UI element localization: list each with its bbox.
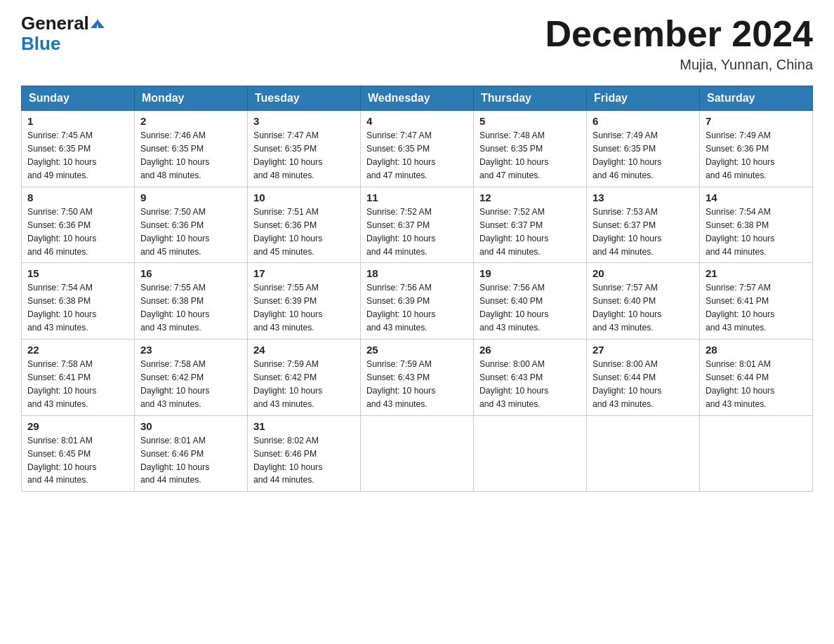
calendar-cell	[361, 415, 474, 492]
calendar-week-row: 22 Sunrise: 7:58 AMSunset: 6:41 PMDaylig…	[22, 340, 813, 416]
day-number: 28	[706, 344, 807, 356]
day-number: 3	[253, 115, 355, 127]
day-number: 10	[253, 192, 355, 203]
day-info: Sunrise: 7:54 AMSunset: 6:38 PMDaylight:…	[706, 206, 807, 259]
calendar-cell: 15 Sunrise: 7:54 AMSunset: 6:38 PMDaylig…	[22, 263, 135, 340]
calendar-table: SundayMondayTuesdayWednesdayThursdayFrid…	[21, 86, 813, 492]
calendar-week-row: 29 Sunrise: 8:01 AMSunset: 6:45 PMDaylig…	[22, 415, 813, 492]
calendar-header-wednesday: Wednesday	[361, 86, 474, 111]
day-number: 17	[253, 267, 355, 279]
calendar-cell: 27 Sunrise: 8:00 AMSunset: 6:44 PMDaylig…	[587, 340, 700, 416]
location: Mujia, Yunnan, China	[545, 57, 813, 73]
calendar-header-friday: Friday	[587, 86, 700, 111]
calendar-header-row: SundayMondayTuesdayWednesdayThursdayFrid…	[22, 86, 813, 111]
calendar-cell: 25 Sunrise: 7:59 AMSunset: 6:43 PMDaylig…	[361, 340, 474, 416]
calendar-cell: 13 Sunrise: 7:53 AMSunset: 6:37 PMDaylig…	[587, 187, 700, 263]
day-info: Sunrise: 7:47 AMSunset: 6:35 PMDaylight:…	[366, 129, 468, 182]
day-info: Sunrise: 7:56 AMSunset: 6:40 PMDaylight:…	[479, 281, 581, 335]
calendar-cell: 5 Sunrise: 7:48 AMSunset: 6:35 PMDayligh…	[474, 111, 587, 187]
day-info: Sunrise: 8:00 AMSunset: 6:43 PMDaylight:…	[479, 358, 581, 411]
day-number: 4	[366, 115, 468, 127]
calendar-cell: 30 Sunrise: 8:01 AMSunset: 6:46 PMDaylig…	[135, 415, 248, 492]
calendar-week-row: 8 Sunrise: 7:50 AMSunset: 6:36 PMDayligh…	[22, 187, 813, 263]
day-info: Sunrise: 7:49 AMSunset: 6:36 PMDaylight:…	[706, 129, 807, 182]
day-number: 27	[593, 344, 694, 356]
day-info: Sunrise: 7:57 AMSunset: 6:41 PMDaylight:…	[706, 281, 807, 335]
calendar-cell	[587, 415, 700, 492]
page-header: General Blue December 2024 Mujia, Yunnan…	[21, 14, 813, 73]
day-number: 9	[140, 192, 241, 203]
day-info: Sunrise: 7:55 AMSunset: 6:38 PMDaylight:…	[140, 281, 241, 335]
logo-line2: Blue	[21, 34, 60, 54]
calendar-cell: 11 Sunrise: 7:52 AMSunset: 6:37 PMDaylig…	[361, 187, 474, 263]
day-info: Sunrise: 7:47 AMSunset: 6:35 PMDaylight:…	[253, 129, 355, 182]
day-info: Sunrise: 7:59 AMSunset: 6:42 PMDaylight:…	[253, 358, 355, 411]
day-number: 24	[253, 344, 355, 356]
day-info: Sunrise: 7:46 AMSunset: 6:35 PMDaylight:…	[140, 129, 241, 182]
day-info: Sunrise: 8:00 AMSunset: 6:44 PMDaylight:…	[593, 358, 694, 411]
day-number: 6	[593, 115, 694, 127]
calendar-header-saturday: Saturday	[700, 86, 813, 111]
calendar-cell: 12 Sunrise: 7:52 AMSunset: 6:37 PMDaylig…	[474, 187, 587, 263]
day-info: Sunrise: 8:01 AMSunset: 6:46 PMDaylight:…	[140, 434, 241, 488]
day-number: 26	[479, 344, 581, 356]
calendar-cell: 26 Sunrise: 8:00 AMSunset: 6:43 PMDaylig…	[474, 340, 587, 416]
calendar-cell: 7 Sunrise: 7:49 AMSunset: 6:36 PMDayligh…	[700, 111, 813, 187]
day-info: Sunrise: 8:01 AMSunset: 6:45 PMDaylight:…	[27, 434, 128, 488]
calendar-cell: 2 Sunrise: 7:46 AMSunset: 6:35 PMDayligh…	[135, 111, 248, 187]
day-number: 5	[479, 115, 581, 127]
day-number: 13	[593, 192, 694, 203]
day-number: 30	[140, 420, 241, 432]
day-number: 21	[706, 267, 807, 279]
calendar-cell: 29 Sunrise: 8:01 AMSunset: 6:45 PMDaylig…	[22, 415, 135, 492]
calendar-cell: 3 Sunrise: 7:47 AMSunset: 6:35 PMDayligh…	[248, 111, 361, 187]
day-info: Sunrise: 7:52 AMSunset: 6:37 PMDaylight:…	[479, 206, 581, 259]
calendar-week-row: 15 Sunrise: 7:54 AMSunset: 6:38 PMDaylig…	[22, 263, 813, 340]
calendar-cell: 23 Sunrise: 7:58 AMSunset: 6:42 PMDaylig…	[135, 340, 248, 416]
day-info: Sunrise: 7:49 AMSunset: 6:35 PMDaylight:…	[593, 129, 694, 182]
day-info: Sunrise: 7:48 AMSunset: 6:35 PMDaylight:…	[479, 129, 581, 182]
calendar-header-monday: Monday	[135, 86, 248, 111]
day-info: Sunrise: 7:51 AMSunset: 6:36 PMDaylight:…	[253, 206, 355, 259]
day-info: Sunrise: 7:58 AMSunset: 6:42 PMDaylight:…	[140, 358, 241, 411]
calendar-cell: 10 Sunrise: 7:51 AMSunset: 6:36 PMDaylig…	[248, 187, 361, 263]
day-info: Sunrise: 8:02 AMSunset: 6:46 PMDaylight:…	[253, 434, 355, 488]
calendar-cell: 31 Sunrise: 8:02 AMSunset: 6:46 PMDaylig…	[248, 415, 361, 492]
day-number: 22	[27, 344, 128, 356]
calendar-header-thursday: Thursday	[474, 86, 587, 111]
day-info: Sunrise: 7:45 AMSunset: 6:35 PMDaylight:…	[27, 129, 128, 182]
title-area: December 2024 Mujia, Yunnan, China	[545, 14, 813, 73]
calendar-cell: 6 Sunrise: 7:49 AMSunset: 6:35 PMDayligh…	[587, 111, 700, 187]
day-number: 8	[27, 192, 128, 203]
day-number: 31	[253, 420, 355, 432]
day-number: 19	[479, 267, 581, 279]
day-number: 29	[27, 420, 128, 432]
calendar-cell: 8 Sunrise: 7:50 AMSunset: 6:36 PMDayligh…	[22, 187, 135, 263]
day-number: 23	[140, 344, 241, 356]
calendar-cell: 9 Sunrise: 7:50 AMSunset: 6:36 PMDayligh…	[135, 187, 248, 263]
day-info: Sunrise: 7:54 AMSunset: 6:38 PMDaylight:…	[27, 281, 128, 335]
calendar-cell: 20 Sunrise: 7:57 AMSunset: 6:40 PMDaylig…	[587, 263, 700, 340]
day-number: 12	[479, 192, 581, 203]
day-info: Sunrise: 7:50 AMSunset: 6:36 PMDaylight:…	[27, 206, 128, 259]
calendar-cell	[700, 415, 813, 492]
calendar-cell: 21 Sunrise: 7:57 AMSunset: 6:41 PMDaylig…	[700, 263, 813, 340]
day-number: 7	[706, 115, 807, 127]
day-number: 2	[140, 115, 241, 127]
day-number: 15	[27, 267, 128, 279]
day-info: Sunrise: 7:52 AMSunset: 6:37 PMDaylight:…	[366, 206, 468, 259]
day-number: 25	[366, 344, 468, 356]
calendar-cell: 19 Sunrise: 7:56 AMSunset: 6:40 PMDaylig…	[474, 263, 587, 340]
calendar-cell: 14 Sunrise: 7:54 AMSunset: 6:38 PMDaylig…	[700, 187, 813, 263]
day-info: Sunrise: 7:56 AMSunset: 6:39 PMDaylight:…	[366, 281, 468, 335]
logo-line1: General	[21, 14, 104, 32]
calendar-cell: 18 Sunrise: 7:56 AMSunset: 6:39 PMDaylig…	[361, 263, 474, 340]
day-info: Sunrise: 7:55 AMSunset: 6:39 PMDaylight:…	[253, 281, 355, 335]
day-info: Sunrise: 7:59 AMSunset: 6:43 PMDaylight:…	[366, 358, 468, 411]
calendar-cell: 16 Sunrise: 7:55 AMSunset: 6:38 PMDaylig…	[135, 263, 248, 340]
calendar-cell: 4 Sunrise: 7:47 AMSunset: 6:35 PMDayligh…	[361, 111, 474, 187]
day-number: 14	[706, 192, 807, 203]
day-info: Sunrise: 7:50 AMSunset: 6:36 PMDaylight:…	[140, 206, 241, 259]
calendar-header-sunday: Sunday	[22, 86, 135, 111]
day-number: 11	[366, 192, 468, 203]
